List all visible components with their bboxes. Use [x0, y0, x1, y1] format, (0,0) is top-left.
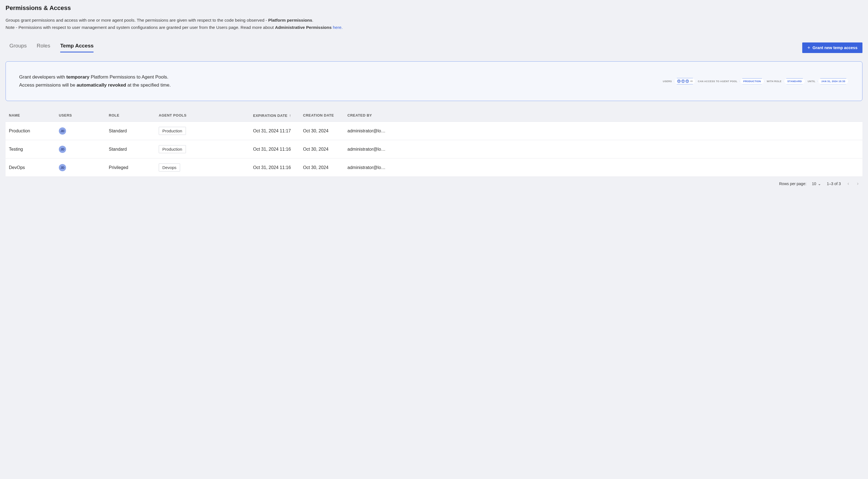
cell-created-by: administrator@lo… — [347, 147, 859, 152]
col-name[interactable]: NAME — [9, 113, 59, 118]
info-t2b: automatically revoked — [76, 83, 126, 88]
cell-agent-pools: Devops — [159, 163, 253, 172]
diagram-pool-hex: PRODUCTION — [740, 78, 765, 84]
table-header: NAME USERS ROLE AGENT POOLS EXPIRATION D… — [5, 109, 863, 122]
pagination: Rows per page: 10 ⌄ 1–3 of 3 ‹ › — [5, 177, 863, 188]
intro-line1-bold: Platform permissions — [268, 18, 312, 23]
table-row[interactable]: DevOps JD Privileged Devops Oct 31, 2024… — [5, 158, 863, 177]
cell-users: JD — [59, 127, 109, 134]
tab-temp-access[interactable]: Temp Access — [60, 43, 94, 53]
intro-line2-bold: Administrative Permissions — [275, 25, 332, 30]
avatar-more: +3 — [690, 80, 693, 82]
diagram-with-role: WITH ROLE — [767, 80, 781, 83]
avatar-icon: JL — [677, 79, 681, 83]
page-range: 1–3 of 3 — [827, 181, 841, 186]
intro-line2-a: Note - Permissions with respect to user … — [5, 25, 275, 30]
cell-expiration: Oct 31, 2024 11:16 — [253, 165, 303, 170]
table-row[interactable]: Testing JD Standard Production Oct 31, 2… — [5, 140, 863, 158]
cell-creation: Oct 30, 2024 — [303, 128, 347, 133]
user-avatar-icon: JD — [59, 127, 66, 134]
diagram-can-access: CAN ACCESS TO AGENT POOL — [698, 80, 738, 83]
sort-asc-icon: ↑ — [289, 113, 291, 118]
cell-expiration: Oct 31, 2024 11:16 — [253, 147, 303, 152]
cell-created-by: administrator@lo… — [347, 128, 859, 133]
col-expiration-label: EXPIRATION DATE — [253, 114, 287, 118]
cell-created-by: administrator@lo… — [347, 165, 859, 170]
page-prev-button[interactable]: ‹ — [846, 181, 850, 186]
cell-users: JD — [59, 164, 109, 171]
info-t1a: Grant developers with — [19, 74, 66, 80]
cell-users: JD — [59, 146, 109, 153]
cell-name: DevOps — [9, 165, 59, 170]
table-row[interactable]: Production JD Standard Production Oct 31… — [5, 122, 863, 140]
diagram-time-hex: JAN 31, 2024 15:33 — [818, 78, 849, 84]
col-role[interactable]: ROLE — [109, 113, 159, 118]
rows-per-page-value: 10 — [812, 181, 816, 186]
pool-chip: Production — [159, 127, 186, 135]
rows-per-page-select[interactable]: 10 ⌄ — [812, 181, 822, 186]
plus-icon: + — [807, 45, 810, 50]
info-t2a: Access permissions will be — [19, 83, 76, 88]
page-next-button[interactable]: › — [856, 181, 860, 186]
avatar-icon: AN — [681, 79, 685, 83]
col-creation[interactable]: CREATION DATE — [303, 113, 347, 118]
cell-role: Standard — [109, 128, 159, 133]
cell-agent-pools: Production — [159, 127, 253, 135]
info-diagram: USERS JL AN JK +3 CAN ACCESS TO AGENT PO… — [663, 78, 849, 84]
diagram-users-hex: JL AN JK +3 — [674, 78, 696, 84]
intro-link[interactable]: here. — [332, 25, 343, 30]
cell-agent-pools: Production — [159, 145, 253, 153]
col-expiration[interactable]: EXPIRATION DATE↑ — [253, 113, 303, 118]
intro-text: Groups grant permissions and access with… — [5, 17, 863, 31]
cell-role: Privileged — [109, 165, 159, 170]
col-users[interactable]: USERS — [59, 113, 109, 118]
grant-button-label: Grant new temp access — [812, 46, 858, 50]
info-text: Grant developers with temporary Platform… — [19, 73, 170, 89]
grant-temp-access-button[interactable]: + Grant new temp access — [802, 42, 863, 53]
cell-name: Production — [9, 128, 59, 133]
rows-per-page-label: Rows per page: — [779, 181, 806, 186]
tab-groups[interactable]: Groups — [9, 43, 27, 53]
avatar-icon: JK — [685, 79, 689, 83]
cell-role: Standard — [109, 147, 159, 152]
info-t2c: at the specified time. — [126, 83, 170, 88]
diagram-role-hex: STANDARD — [784, 78, 805, 84]
info-t1c: Platform Permissions to Agent Pools. — [89, 74, 168, 80]
pool-chip: Devops — [159, 163, 180, 172]
diagram-users-label: USERS — [663, 80, 672, 83]
diagram-until: UNTIL — [808, 80, 815, 83]
user-avatar-icon: JD — [59, 146, 66, 153]
cell-creation: Oct 30, 2024 — [303, 165, 347, 170]
tabs: Groups Roles Temp Access — [5, 43, 94, 53]
pool-chip: Production — [159, 145, 186, 153]
chevron-down-icon: ⌄ — [818, 181, 821, 186]
cell-name: Testing — [9, 147, 59, 152]
col-created-by[interactable]: CREATED BY — [347, 113, 859, 118]
tab-roles[interactable]: Roles — [37, 43, 50, 53]
cell-expiration: Oct 31, 2024 11:17 — [253, 128, 303, 133]
user-avatar-icon: JD — [59, 164, 66, 171]
col-agent-pools[interactable]: AGENT POOLS — [159, 113, 253, 118]
cell-creation: Oct 30, 2024 — [303, 147, 347, 152]
page-title: Permissions & Access — [5, 4, 863, 12]
intro-line1-c: . — [312, 18, 313, 23]
info-t1b: temporary — [66, 74, 89, 80]
temp-access-table: NAME USERS ROLE AGENT POOLS EXPIRATION D… — [5, 109, 863, 177]
info-card: Grant developers with temporary Platform… — [5, 61, 863, 101]
intro-line1-a: Groups grant permissions and access with… — [5, 18, 268, 23]
